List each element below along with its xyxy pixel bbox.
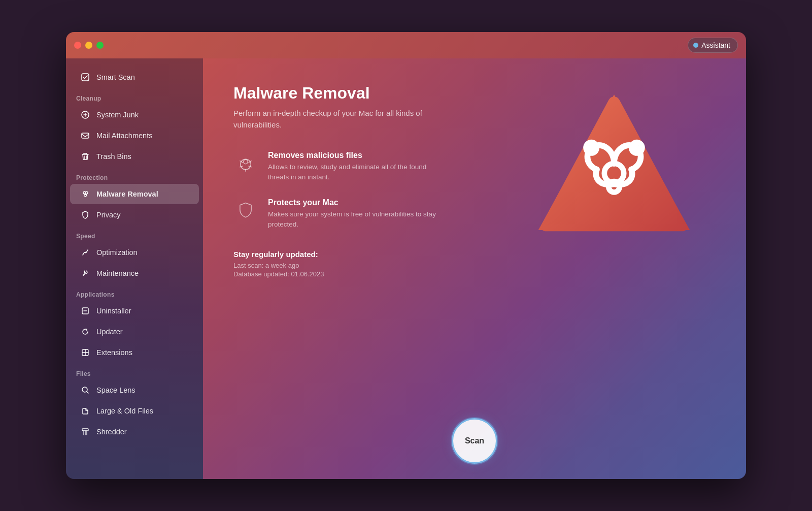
speed-section-label: Speed: [66, 226, 203, 242]
sidebar-item-optimization[interactable]: Optimization: [70, 242, 199, 263]
database-updated-status: Database updated: 01.06.2023: [233, 270, 716, 278]
files-section-label: Files: [66, 363, 203, 379]
optimization-label: Optimization: [96, 248, 138, 257]
system-junk-label: System Junk: [96, 111, 139, 119]
last-scan-status: Last scan: a week ago: [233, 262, 716, 269]
extensions-icon: [80, 347, 90, 358]
cleanup-section-label: Cleanup: [66, 88, 203, 104]
sidebar-item-updater[interactable]: Updater: [70, 322, 199, 342]
malware-removal-label: Malware Removal: [96, 190, 158, 198]
sidebar-item-extensions[interactable]: Extensions: [70, 342, 199, 363]
feature-text-malicious: Removes malicious files Allows to review…: [268, 151, 441, 183]
assistant-button[interactable]: Assistant: [688, 38, 738, 53]
updater-label: Updater: [96, 328, 123, 336]
sidebar-item-privacy[interactable]: Privacy: [70, 205, 199, 225]
scan-button-container: Scan: [452, 418, 497, 464]
smart-scan-icon: [80, 72, 90, 82]
sidebar-item-maintenance[interactable]: Maintenance: [70, 263, 199, 283]
traffic-lights: [74, 42, 104, 49]
feature-text-protect: Protects your Mac Makes sure your system…: [268, 198, 441, 230]
shredder-label: Shredder: [96, 428, 127, 436]
app-body: Smart Scan Cleanup System Junk: [66, 58, 746, 479]
assistant-dot-icon: [693, 43, 698, 48]
feature-item-protect-mac: Protects your Mac Makes sure your system…: [233, 198, 487, 230]
sidebar-item-mail-attachments[interactable]: Mail Attachments: [70, 125, 199, 146]
optimization-icon: [80, 247, 90, 258]
protection-section-label: Protection: [66, 167, 203, 183]
maintenance-label: Maintenance: [96, 269, 139, 277]
feature-title-protect: Protects your Mac: [268, 198, 441, 207]
mail-attachments-label: Mail Attachments: [96, 132, 152, 140]
large-files-icon: [80, 406, 90, 416]
sidebar-item-trash-bins[interactable]: Trash Bins: [70, 146, 199, 167]
trash-bins-label: Trash Bins: [96, 152, 131, 161]
mail-icon: [80, 131, 90, 141]
feature-title-malicious: Removes malicious files: [268, 151, 441, 160]
sidebar-item-space-lens[interactable]: Space Lens: [70, 380, 199, 400]
shield-icon: [233, 198, 258, 222]
sidebar-item-malware-removal[interactable]: Malware Removal: [70, 184, 199, 204]
uninstaller-label: Uninstaller: [96, 307, 131, 315]
svg-point-13: [241, 159, 251, 170]
scan-button[interactable]: Scan: [452, 418, 497, 464]
trash-icon: [80, 151, 90, 162]
title-bar: Assistant: [66, 32, 746, 58]
sidebar-item-shredder[interactable]: Shredder: [70, 422, 199, 442]
applications-section-label: Applications: [66, 284, 203, 300]
shredder-icon: [80, 427, 90, 437]
feature-desc-protect: Makes sure your system is free of vulner…: [268, 209, 441, 230]
page-description: Perform an in-depth checkup of your Mac …: [233, 108, 426, 131]
privacy-label: Privacy: [96, 211, 121, 219]
privacy-icon: [80, 210, 90, 220]
space-lens-icon: [80, 385, 90, 395]
maintenance-icon: [80, 268, 90, 278]
extensions-label: Extensions: [96, 348, 132, 357]
uninstaller-icon: [80, 306, 90, 316]
sidebar-item-large-old-files[interactable]: Large & Old Files: [70, 401, 199, 421]
updater-icon: [80, 327, 90, 337]
svg-rect-2: [82, 133, 89, 138]
sidebar-item-smart-scan[interactable]: Smart Scan: [70, 67, 199, 87]
features-list: Removes malicious files Allows to review…: [233, 151, 487, 230]
assistant-label: Assistant: [701, 41, 730, 49]
minimize-button[interactable]: [85, 42, 92, 49]
smart-scan-label: Smart Scan: [96, 73, 135, 81]
space-lens-label: Space Lens: [96, 386, 136, 394]
maximize-button[interactable]: [96, 42, 104, 49]
biohazard-icon: [80, 189, 90, 199]
svg-point-4: [85, 252, 86, 253]
sidebar-item-uninstaller[interactable]: Uninstaller: [70, 301, 199, 321]
sidebar-item-system-junk[interactable]: System Junk: [70, 105, 199, 125]
biohazard-decoration: [533, 84, 705, 257]
feature-item-malicious-files: Removes malicious files Allows to review…: [233, 151, 487, 183]
feature-desc-malicious: Allows to review, study and eliminate al…: [268, 162, 441, 183]
svg-point-14: [244, 159, 248, 164]
close-button[interactable]: [74, 42, 81, 49]
system-junk-icon: [80, 110, 90, 120]
main-content: Malware Removal Perform an in-depth chec…: [203, 58, 746, 479]
sidebar: Smart Scan Cleanup System Junk: [66, 58, 203, 479]
app-window: Assistant Smart Scan Cleanup: [66, 32, 746, 479]
large-old-files-label: Large & Old Files: [96, 407, 153, 415]
bug-icon: [233, 151, 258, 175]
